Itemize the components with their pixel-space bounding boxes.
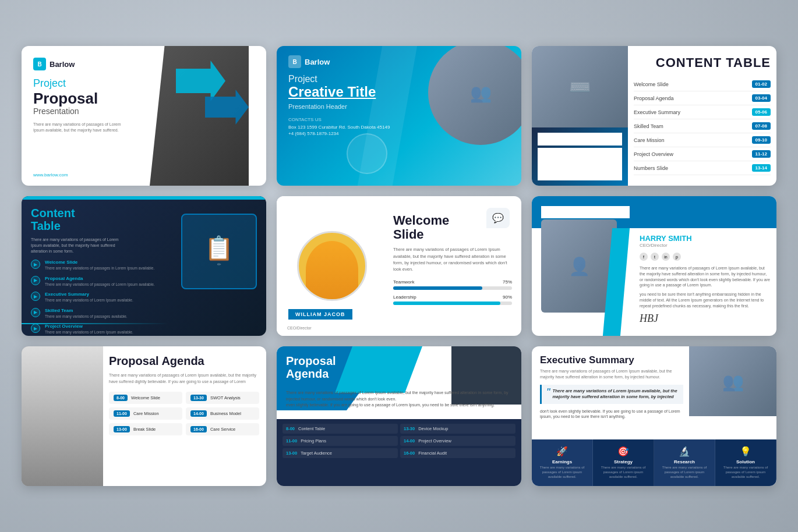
slide4-icon-3: ▶ bbox=[31, 292, 40, 301]
row-label: Proposal Agenda bbox=[634, 95, 674, 101]
slide4-teal-bar bbox=[22, 196, 266, 200]
slide4-item-text: Executive Summary There are many variati… bbox=[45, 292, 133, 303]
slide6-name-first: HARRY bbox=[640, 234, 666, 243]
slide4-blue-box: 📋 ✏ bbox=[181, 214, 257, 289]
row-badge: 09-10 bbox=[752, 136, 771, 144]
agenda-time: 13-00 bbox=[114, 426, 130, 432]
agenda-grid: 8-00 Welcome Slide 13-30 SWOT Analysis 1… bbox=[109, 392, 259, 435]
slide9-icon-row: 🚀 Earnings There are many variations of … bbox=[532, 439, 776, 486]
research-body: There are many variations of passages of… bbox=[658, 466, 711, 479]
row-badge: 13-14 bbox=[752, 164, 771, 172]
slide-content-table-dark: Content Table There are many variations … bbox=[22, 196, 266, 336]
slide6-social: f t in p bbox=[640, 253, 771, 261]
agenda-time: 8-00 bbox=[114, 395, 128, 401]
row-label: Welcome Slide bbox=[634, 81, 669, 87]
row-label: Project Overview bbox=[634, 151, 673, 157]
slide3-bottom-text-area: Good Idea Model Everything is Better. Th… bbox=[538, 133, 622, 180]
slide2-contact-label: Contacts Us bbox=[288, 117, 390, 122]
slide8-title: Proposal Agenda bbox=[286, 354, 336, 380]
slide2-logo-text: Barlow bbox=[305, 58, 330, 66]
slide8-row: 16-00 Financial Audit bbox=[400, 448, 515, 458]
slide7-left-photo bbox=[22, 346, 103, 486]
slide4-item-title-3: Executive Summary bbox=[45, 292, 133, 297]
person-silhouette bbox=[306, 241, 358, 299]
leadership-bar-bg bbox=[393, 302, 512, 305]
table-row: Skilled Team 07-08 bbox=[634, 119, 771, 133]
slide4-item-body-3: There are many variations of Lorem Ipsum… bbox=[45, 298, 133, 303]
agenda-label: Welcome Slide bbox=[131, 395, 160, 400]
table-row: Care Mission 09-10 bbox=[634, 133, 771, 147]
slide2-text-area: B Barlow Project Creative Title Presenta… bbox=[288, 55, 390, 137]
slide-creative-title: 👥 B Barlow Project Creative Title Presen… bbox=[277, 46, 521, 186]
slide8-time: 13-30 bbox=[404, 426, 415, 431]
table-row: Executive Summary 05-06 bbox=[634, 105, 771, 119]
slide2-title2: Creative Title bbox=[288, 84, 390, 100]
slide8-time: 11-00 bbox=[286, 438, 297, 444]
slide2-address: Box 123 1599 Curabitur Rd. South Dakota … bbox=[288, 125, 390, 130]
slide8-time: 16-00 bbox=[404, 451, 415, 456]
person-photo: 👥 bbox=[428, 46, 521, 145]
slide8-table-grid: 8-00 Content Table 13-30 Device Mockup 1… bbox=[283, 424, 515, 458]
slide4-icon-2: ▶ bbox=[31, 276, 40, 285]
slide2-phone: +4 (684) 578-1879-1234 bbox=[288, 131, 390, 136]
slide7-right-area: Proposal Agenda There are many variation… bbox=[109, 354, 259, 435]
slide8-time: 13-00 bbox=[286, 451, 297, 456]
slide-executive-summary: 👥 Executive Summary There are many varia… bbox=[532, 346, 776, 486]
agenda-time: 13-30 bbox=[190, 395, 207, 401]
teamwork-text: Teamwork bbox=[393, 279, 414, 285]
person-circle bbox=[297, 231, 367, 301]
agenda-cell: 13-00 Break Slide bbox=[109, 423, 182, 435]
slide8-table-area: 8-00 Content Table 13-30 Device Mockup 1… bbox=[277, 419, 521, 486]
slide4-icon-1: ▶ bbox=[31, 260, 40, 269]
slide9-title: Executive Summary bbox=[540, 354, 683, 366]
row-label: Care Mission bbox=[634, 137, 665, 143]
slides-grid: B Barlow Project Proposal Presentation T… bbox=[22, 46, 776, 486]
row-label: Skilled Team bbox=[634, 123, 663, 129]
slide4-item-text: Welcome Slide There are many variations … bbox=[45, 260, 154, 271]
solution-icon: 💡 bbox=[740, 446, 751, 457]
table-row: Proposal Agenda 03-04 bbox=[634, 91, 771, 105]
logo: B Barlow bbox=[33, 58, 126, 70]
slide4-body: There are many variations of passages of… bbox=[31, 237, 130, 254]
leadership-pct: 90% bbox=[503, 295, 512, 300]
slide8-label: Content Table bbox=[298, 426, 325, 431]
slide6-signature: HBJ bbox=[640, 313, 771, 325]
slide1-body: There are many variations of passages of… bbox=[33, 122, 126, 133]
slide1-title1: Project bbox=[33, 77, 126, 90]
research-title: Research bbox=[674, 459, 695, 464]
slide8-body-text2: even slightly believable. If you are goi… bbox=[286, 403, 495, 407]
agenda-label: Break Slide bbox=[133, 427, 156, 432]
icon-card-research: 🔬 Research There are many variations of … bbox=[654, 439, 715, 486]
agenda-time: 16-00 bbox=[190, 426, 207, 432]
teamwork-label: Teamwork 75% bbox=[393, 279, 512, 285]
agenda-cell: 16-00 Care Service bbox=[186, 423, 259, 435]
icon-card-earnings: 🚀 Earnings There are many variations of … bbox=[532, 439, 593, 486]
slide9-quote-body: don't look even slightly believable. If … bbox=[540, 409, 683, 420]
slide4-item-text: Project Overview There are many variatio… bbox=[45, 324, 133, 335]
table-row: Project Overview 11-12 bbox=[634, 147, 771, 161]
row-badge: 01-02 bbox=[752, 80, 771, 88]
table-row: Welcome Slide 01-02 bbox=[634, 77, 771, 91]
icon-card-strategy: 🎯 Strategy There are many variations of … bbox=[593, 439, 654, 486]
slide9-quote-text: There are many variations of Lorem Ipsum… bbox=[552, 388, 677, 400]
icon-card-solution: 💡 Solution There are many variations of … bbox=[715, 439, 776, 486]
teamwork-bar-fill bbox=[393, 286, 482, 290]
slide2-logo-icon: B bbox=[288, 55, 301, 68]
logo-icon: B bbox=[33, 58, 46, 70]
slide4-icon-box: 📋 ✏ bbox=[204, 236, 234, 267]
agenda-cell: 8-00 Welcome Slide bbox=[109, 392, 182, 404]
agenda-label: Care Mission bbox=[133, 411, 159, 416]
agenda-cell: 11-00 Care Mission bbox=[109, 407, 182, 420]
slide7-photo-img bbox=[22, 346, 103, 486]
social-tw: t bbox=[651, 253, 659, 261]
slide3-left-photo: ⌨️ bbox=[532, 46, 628, 127]
slide4-item-body-1: There are many variations of passages in… bbox=[45, 266, 154, 271]
slide7-body: There are many variations of passages of… bbox=[109, 373, 259, 385]
social-fb: f bbox=[640, 253, 648, 261]
agenda-label: Care Service bbox=[210, 427, 235, 432]
slide3-heading: CONTENT TABLE bbox=[634, 55, 771, 70]
slide4-icon-5: ▶ bbox=[31, 324, 40, 333]
person-area bbox=[297, 231, 367, 301]
decorative-circle bbox=[347, 133, 387, 174]
slide8-label: Financial Audit bbox=[418, 451, 447, 456]
